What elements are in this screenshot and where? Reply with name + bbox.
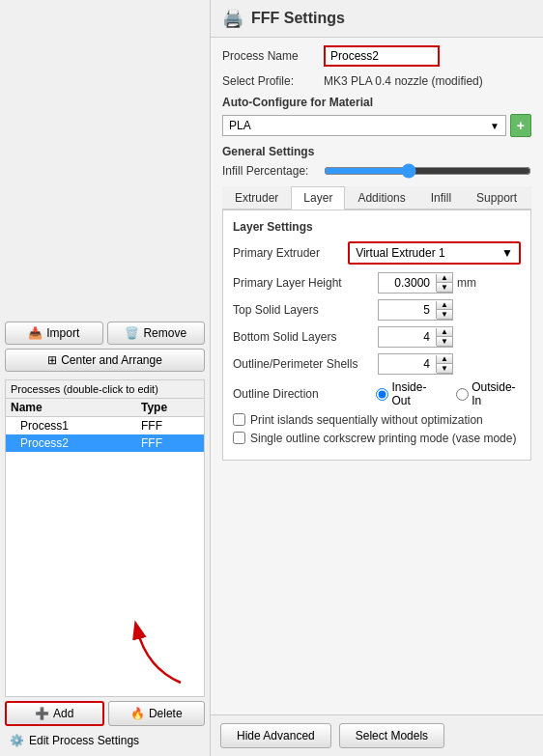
remove-icon: 🗑️ bbox=[125, 326, 139, 340]
infill-slider-container bbox=[324, 163, 531, 179]
inside-out-radio[interactable] bbox=[376, 388, 388, 401]
process-name-input[interactable] bbox=[324, 45, 440, 67]
select-profile-row: Select Profile: MK3 PLA 0.4 nozzle (modi… bbox=[222, 74, 531, 88]
general-settings-label: General Settings bbox=[222, 145, 531, 158]
bottom-solid-layers-row: Bottom Solid Layers 4 ▲ ▼ bbox=[233, 326, 521, 348]
layer-height-up[interactable]: ▲ bbox=[437, 273, 452, 283]
outline-perimeter-up[interactable]: ▲ bbox=[437, 354, 452, 364]
infill-slider[interactable] bbox=[324, 163, 531, 179]
top-solid-up[interactable]: ▲ bbox=[437, 300, 452, 310]
edit-process-icon: ⚙️ bbox=[10, 734, 24, 747]
tabs-row: Extruder Layer Additions Infill Support bbox=[222, 186, 531, 210]
auto-configure-label: Auto-Configure for Material bbox=[222, 96, 531, 109]
tab-additions[interactable]: Additions bbox=[345, 186, 417, 209]
fff-header: 🖨️ FFF Settings bbox=[211, 0, 543, 38]
infill-row: Infill Percentage: bbox=[222, 163, 531, 179]
delete-button[interactable]: 🔥 Delete bbox=[108, 701, 206, 726]
add-icon: ➕ bbox=[35, 707, 49, 720]
outline-direction-row: Outline Direction Inside-Out Outside-In bbox=[233, 380, 521, 407]
layer-height-spin-buttons: ▲ ▼ bbox=[437, 273, 452, 293]
outside-in-option[interactable]: Outside-In bbox=[456, 380, 521, 407]
process-table: Process1 FFF Process2 FFF bbox=[6, 417, 204, 697]
add-delete-row: ➕ Add 🔥 Delete bbox=[5, 701, 205, 726]
material-apply-button[interactable]: + bbox=[510, 114, 531, 137]
tab-support[interactable]: Support bbox=[464, 186, 529, 209]
select-models-button[interactable]: Select Models bbox=[339, 723, 444, 748]
center-arrange-button[interactable]: ⊞ Center and Arrange bbox=[5, 349, 205, 372]
settings-body: Process Name Select Profile: MK3 PLA 0.4… bbox=[211, 38, 543, 714]
center-icon: ⊞ bbox=[47, 353, 57, 367]
single-outline-checkbox[interactable] bbox=[233, 432, 245, 444]
tab-infill[interactable]: Infill bbox=[418, 186, 464, 209]
primary-extruder-row: Primary Extruder Virtual Extruder 1 ▼ bbox=[233, 241, 521, 265]
outline-perimeter-row: Outline/Perimeter Shells 4 ▲ ▼ bbox=[233, 353, 521, 375]
top-solid-layers-buttons: ▲ ▼ bbox=[437, 300, 452, 320]
bottom-solid-layers-spin: 4 ▲ ▼ bbox=[378, 326, 453, 348]
print-islands-checkbox[interactable] bbox=[233, 413, 245, 426]
import-remove-row: 📥 Import 🗑️ Remove bbox=[5, 322, 205, 345]
import-icon: 📥 bbox=[28, 326, 43, 340]
delete-icon: 🔥 bbox=[130, 707, 145, 720]
process-name-row: Process Name bbox=[222, 45, 531, 67]
extruder-select-arrow: ▼ bbox=[501, 246, 513, 260]
processes-title: Processes (double-click to edit) bbox=[6, 380, 204, 399]
material-select-row: PLA ▼ + bbox=[222, 114, 531, 137]
material-select-arrow: ▼ bbox=[490, 121, 500, 131]
layer-height-down[interactable]: ▼ bbox=[437, 283, 452, 293]
outline-perimeter-spin: 4 ▲ ▼ bbox=[378, 353, 453, 375]
layer-height-spin: 0.3000 ▲ ▼ bbox=[378, 272, 453, 294]
single-outline-row: Single outline corkscrew printing mode (… bbox=[233, 432, 521, 445]
processes-section: Processes (double-click to edit) Name Ty… bbox=[5, 379, 205, 698]
layer-settings-title: Layer Settings bbox=[233, 220, 521, 234]
outline-perimeter-down[interactable]: ▼ bbox=[437, 364, 452, 374]
top-solid-layers-spin: 5 ▲ ▼ bbox=[378, 299, 453, 321]
top-solid-down[interactable]: ▼ bbox=[437, 310, 452, 320]
process-table-header: Name Type bbox=[6, 399, 204, 417]
add-button[interactable]: ➕ Add bbox=[5, 701, 104, 726]
bottom-bar: Hide Advanced Select Models bbox=[211, 714, 543, 756]
process-row[interactable]: Process1 FFF bbox=[6, 417, 204, 434]
fff-icon: 🖨️ bbox=[222, 8, 243, 29]
top-solid-layers-row: Top Solid Layers 5 ▲ ▼ bbox=[233, 299, 521, 321]
import-button[interactable]: 📥 Import bbox=[5, 322, 103, 345]
edit-process-row[interactable]: ⚙️ Edit Process Settings bbox=[5, 730, 205, 751]
inside-out-option[interactable]: Inside-Out bbox=[376, 380, 441, 407]
tab-content-layer: Layer Settings Primary Extruder Virtual … bbox=[222, 210, 531, 461]
tab-extruder[interactable]: Extruder bbox=[222, 186, 291, 209]
process-row[interactable]: Process2 FFF bbox=[6, 434, 204, 452]
material-select-box[interactable]: PLA ▼ bbox=[222, 115, 506, 136]
fff-title: FFF Settings bbox=[251, 10, 345, 27]
tab-layer[interactable]: Layer bbox=[291, 186, 345, 210]
bottom-solid-layers-buttons: ▲ ▼ bbox=[437, 327, 452, 347]
outline-perimeter-buttons: ▲ ▼ bbox=[437, 354, 452, 374]
left-panel: 📥 Import 🗑️ Remove ⊞ Center and Arrange … bbox=[0, 0, 211, 756]
bottom-solid-up[interactable]: ▲ bbox=[437, 327, 452, 337]
layer-height-row: Primary Layer Height 0.3000 ▲ ▼ mm bbox=[233, 272, 521, 294]
print-islands-row: Print islands sequentially without optim… bbox=[233, 413, 521, 427]
hide-advanced-button[interactable]: Hide Advanced bbox=[220, 723, 331, 748]
remove-button[interactable]: 🗑️ Remove bbox=[107, 322, 206, 345]
primary-extruder-select[interactable]: Virtual Extruder 1 ▼ bbox=[348, 241, 521, 265]
right-panel: 🖨️ FFF Settings Process Name Select Prof… bbox=[211, 0, 543, 756]
bottom-solid-down[interactable]: ▼ bbox=[437, 337, 452, 347]
outside-in-radio[interactable] bbox=[456, 388, 469, 401]
